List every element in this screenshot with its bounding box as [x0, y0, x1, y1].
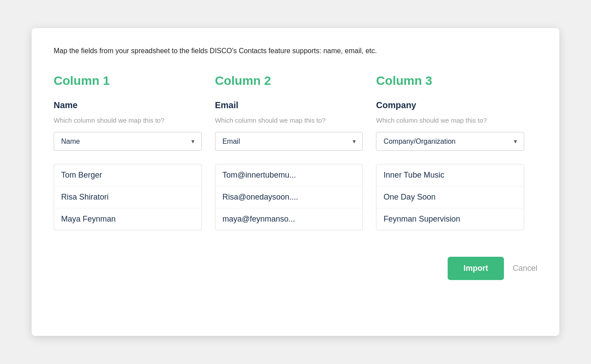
column-1-row-2: Risa Shiratori	[54, 186, 201, 208]
column-2-preview: Tom@innertubemu...Risa@onedaysoon....may…	[215, 164, 363, 230]
column-3: Column 3CompanyWhich column should we ma…	[376, 74, 537, 230]
column-2-row-1: Tom@innertubemu...	[215, 164, 363, 186]
column-3-heading: Column 3	[376, 74, 524, 88]
column-3-select-wrapper: NameEmailCompany/OrganizationPhoneNotesI…	[376, 132, 524, 151]
import-modal: Map the fields from your spreadsheet to …	[32, 28, 559, 336]
description-text: Map the fields from your spreadsheet to …	[54, 46, 537, 56]
column-1: Column 1NameWhich column should we map t…	[54, 74, 215, 230]
column-3-row-1: Inner Tube Music	[376, 164, 524, 186]
column-3-field-label: Company	[376, 100, 524, 110]
column-1-select[interactable]: NameEmailCompany/OrganizationPhoneNotesI…	[54, 132, 202, 151]
column-1-field-label: Name	[54, 100, 202, 110]
column-3-row-3: Feynman Supervision	[376, 208, 524, 230]
column-2-field-label: Email	[215, 100, 363, 110]
cancel-button[interactable]: Cancel	[513, 264, 537, 273]
column-1-select-wrapper: NameEmailCompany/OrganizationPhoneNotesI…	[54, 132, 202, 151]
column-2-select-wrapper: NameEmailCompany/OrganizationPhoneNotesI…	[215, 132, 363, 151]
column-2-select[interactable]: NameEmailCompany/OrganizationPhoneNotesI…	[215, 132, 363, 151]
import-button[interactable]: Import	[448, 257, 504, 280]
column-1-row-3: Maya Feynman	[54, 208, 201, 230]
column-3-preview: Inner Tube MusicOne Day SoonFeynman Supe…	[376, 164, 524, 230]
column-1-heading: Column 1	[54, 74, 202, 88]
column-3-select[interactable]: NameEmailCompany/OrganizationPhoneNotesI…	[376, 132, 524, 151]
column-1-row-1: Tom Berger	[54, 164, 201, 186]
column-2: Column 2EmailWhich column should we map …	[215, 74, 376, 230]
column-1-field-hint: Which column should we map this to?	[54, 116, 202, 125]
footer: Import Cancel	[54, 257, 537, 280]
columns-container: Column 1NameWhich column should we map t…	[54, 74, 537, 230]
column-2-field-hint: Which column should we map this to?	[215, 116, 363, 125]
column-2-row-3: maya@feynmanso...	[215, 208, 363, 230]
column-3-row-2: One Day Soon	[376, 186, 524, 208]
column-3-field-hint: Which column should we map this to?	[376, 116, 524, 125]
column-2-row-2: Risa@onedaysoon....	[215, 186, 363, 208]
column-2-heading: Column 2	[215, 74, 363, 88]
column-1-preview: Tom BergerRisa ShiratoriMaya Feynman	[54, 164, 202, 230]
